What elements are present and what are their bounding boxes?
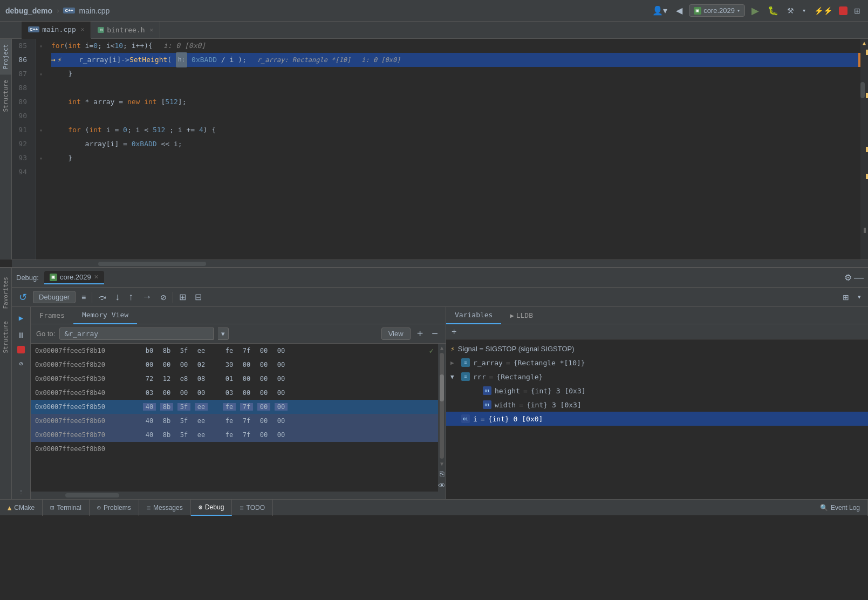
problems-icon: ⊙ bbox=[97, 504, 101, 512]
tab-bintree-h[interactable]: H bintree.h ✕ bbox=[91, 22, 160, 39]
status-cmake[interactable]: ▲ CMake bbox=[0, 500, 43, 516]
status-todo[interactable]: ≡ TODO bbox=[232, 500, 273, 516]
vars-tab-variables[interactable]: Variables bbox=[446, 307, 501, 324]
mem-hscroll-thumb[interactable] bbox=[65, 493, 119, 497]
tab-main-cpp[interactable]: C++ main.cpp ✕ bbox=[22, 22, 91, 39]
fold-89-space bbox=[36, 95, 46, 109]
view-button[interactable]: View bbox=[381, 328, 411, 340]
mem-row-3: 0x00007ffeee5f8b40 03000000 03000000 bbox=[31, 386, 438, 400]
debug-section: Favorites Structure Debug: ▣ core.2029 ✕… bbox=[0, 267, 868, 499]
strikethrough-icon[interactable]: ⊘ bbox=[17, 358, 25, 370]
i-name: i bbox=[473, 415, 477, 423]
warning-band-3 bbox=[866, 147, 868, 152]
code-area[interactable]: for(int i=0; i<10; i++){ i: 0 [0x0] →⚡ r… bbox=[46, 39, 860, 260]
profile-button[interactable]: ⚡⚡ bbox=[812, 4, 835, 17]
num-4-91: 4 bbox=[199, 123, 203, 137]
rrr-val: {Rectangle} bbox=[496, 373, 543, 381]
mem-addr-6: 0x00007ffeee5f8b70 bbox=[35, 431, 143, 439]
memory-view-tab[interactable]: Memory View bbox=[73, 307, 137, 324]
play-pause-icon[interactable]: ▶ bbox=[17, 311, 25, 324]
run-button[interactable]: ▶ bbox=[749, 3, 761, 19]
scroll-thumb[interactable] bbox=[860, 82, 865, 98]
close-bintree-h[interactable]: ✕ bbox=[150, 26, 154, 33]
num-512: 512 bbox=[165, 95, 177, 109]
arrow-indicator-86: → bbox=[51, 53, 56, 67]
stop-icon[interactable] bbox=[17, 346, 25, 353]
step-out-btn[interactable]: ↑ bbox=[126, 290, 136, 304]
fold-94-space bbox=[36, 165, 46, 179]
status-messages[interactable]: ≡ Messages bbox=[139, 500, 191, 516]
step-over-btn[interactable]: ⤼ bbox=[95, 290, 109, 305]
build-button[interactable]: ⚒ bbox=[785, 4, 796, 17]
vars-grid-btn[interactable]: ⊟ bbox=[192, 290, 204, 304]
remove-view-btn[interactable]: − bbox=[429, 328, 440, 340]
add-view-btn[interactable]: + bbox=[415, 328, 426, 340]
r-array-expand-btn[interactable]: ▶ bbox=[450, 359, 458, 366]
vars-add-btn[interactable]: + bbox=[449, 326, 459, 338]
goto-dropdown-btn[interactable]: ▾ bbox=[218, 328, 229, 340]
layout-btn[interactable]: ⊞ bbox=[840, 291, 852, 303]
rrr-eq: = bbox=[489, 373, 493, 381]
toolbar-sep-2 bbox=[173, 292, 173, 303]
right-scrollbar[interactable]: ▲ bbox=[860, 39, 868, 260]
goto-input[interactable] bbox=[59, 328, 213, 340]
debug-config-close[interactable]: ✕ bbox=[94, 274, 99, 281]
close-main-cpp[interactable]: ✕ bbox=[81, 26, 85, 33]
status-event-log[interactable]: 🔍 Event Log bbox=[812, 500, 868, 516]
back-button[interactable]: ◀ bbox=[674, 3, 685, 18]
editor-hscroll-thumb[interactable] bbox=[98, 262, 206, 266]
mem-row-5: 0x00007ffeee5f8b60 408b5fee fe7f0000 bbox=[31, 414, 438, 428]
mem-vscroll[interactable]: ▲ ▼ ⎘ 👁 bbox=[438, 344, 446, 492]
more-icons-btn[interactable]: ⋮ bbox=[16, 487, 26, 497]
frames-tab[interactable]: Frames bbox=[31, 307, 73, 324]
vscroll-thumb[interactable] bbox=[440, 374, 444, 401]
kw-int-91: int bbox=[89, 123, 101, 137]
fold-87[interactable]: ▾ bbox=[36, 67, 46, 81]
more-btn[interactable]: ▾ bbox=[855, 292, 864, 302]
debug-bug-button[interactable]: 🐛 bbox=[766, 3, 781, 18]
lldb-icon: ▶ bbox=[510, 312, 514, 319]
copy-btn[interactable]: ⎘ bbox=[438, 468, 446, 480]
status-problems[interactable]: ⊙ Problems bbox=[90, 500, 139, 516]
sidebar-tab-structure[interactable]: Structure bbox=[0, 74, 11, 118]
mem-bytes-0: b08b5fee fe7f0000 bbox=[143, 347, 429, 354]
sidebar-tab-structure[interactable]: Structure bbox=[0, 317, 11, 358]
debug-config-tab[interactable]: ▣ core.2029 ✕ bbox=[44, 271, 104, 284]
eye-btn[interactable]: 👁 bbox=[436, 480, 446, 492]
mem-hscroll[interactable] bbox=[31, 492, 446, 499]
sidebar-tab-project[interactable]: Project bbox=[0, 39, 11, 74]
editor-hscroll[interactable] bbox=[12, 260, 868, 267]
settings-button[interactable]: ⚙ bbox=[844, 272, 852, 283]
mem-row-1: 0x00007ffeee5f8b20 00000002 30000000 bbox=[31, 358, 438, 372]
build-dropdown[interactable]: ▾ bbox=[801, 5, 808, 16]
vcs-button[interactable]: 👤▾ bbox=[650, 3, 669, 18]
toolbar-sep-1 bbox=[92, 292, 92, 303]
kw-for-85: for bbox=[51, 39, 64, 53]
sidebar-tab-favorites[interactable]: Favorites bbox=[0, 272, 11, 313]
resume-button[interactable]: ↺ bbox=[16, 290, 30, 305]
vars-tab-lldb[interactable]: ▶ LLDB bbox=[501, 307, 542, 324]
status-terminal[interactable]: ⊞ Terminal bbox=[43, 500, 90, 516]
extra-button[interactable]: ⊞ bbox=[852, 4, 863, 17]
run-to-cursor-btn[interactable]: → bbox=[139, 290, 154, 304]
fold-91[interactable]: ▾ bbox=[36, 123, 46, 137]
fold-85[interactable]: ▾ bbox=[36, 39, 46, 53]
i-eq: = bbox=[481, 415, 485, 423]
frames-list-btn[interactable]: ≡ bbox=[79, 291, 88, 303]
vscroll-up[interactable]: ▲ bbox=[439, 344, 445, 352]
mute-breakpoints-btn[interactable]: ⊘ bbox=[158, 291, 169, 303]
param-hint: h: bbox=[176, 52, 187, 67]
fold-93[interactable]: ▾ bbox=[36, 151, 46, 165]
pause-icon[interactable]: ⏸ bbox=[15, 329, 27, 342]
minimize-button[interactable]: — bbox=[854, 272, 864, 283]
rrr-expand-btn[interactable]: ▼ bbox=[450, 373, 458, 380]
vscroll-down[interactable]: ▼ bbox=[439, 460, 445, 468]
memory-grid-btn[interactable]: ⊞ bbox=[176, 290, 189, 304]
status-debug[interactable]: ⚙ Debug bbox=[191, 500, 233, 516]
stop-button[interactable] bbox=[839, 6, 848, 15]
debug-config-name: core.2029 bbox=[60, 273, 91, 281]
lightning-86: ⚡ bbox=[58, 53, 62, 67]
debug-left-sidebar: Favorites Structure bbox=[0, 268, 12, 499]
signal-row: ⚡ Signal = SIGSTOP (signal SIGSTOP) bbox=[446, 342, 868, 356]
step-into-btn[interactable]: ↓ bbox=[112, 290, 122, 304]
